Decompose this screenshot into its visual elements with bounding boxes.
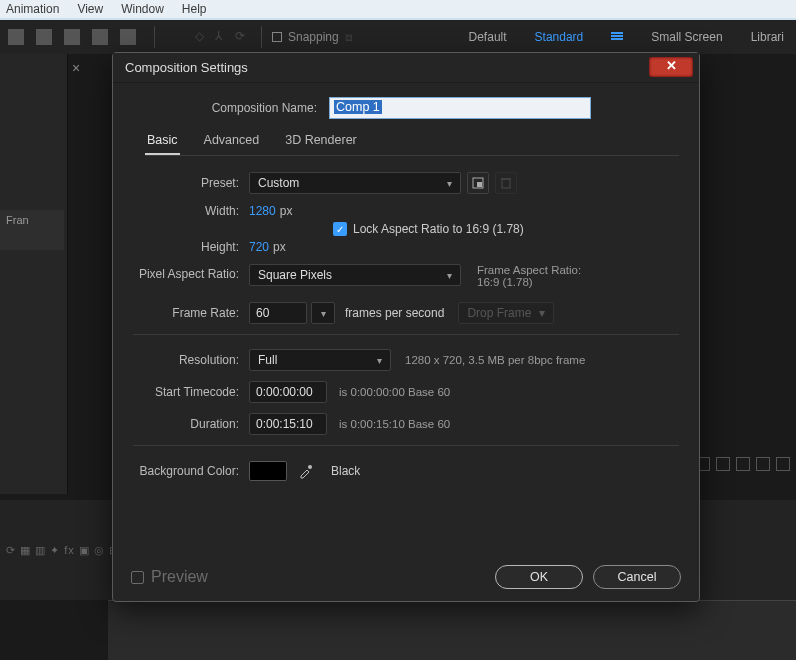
- snapping-checkbox-icon: [272, 32, 282, 42]
- tab-3d-renderer[interactable]: 3D Renderer: [283, 129, 359, 153]
- shape-tool-icon[interactable]: [64, 29, 80, 45]
- dropframe-select: Drop Frame ▾: [458, 302, 554, 324]
- axis-icon: ⅄: [215, 29, 231, 45]
- rotate-icon: ⟳: [235, 29, 251, 45]
- delete-preset-button: [495, 172, 517, 194]
- dialog-footer: Preview OK Cancel: [113, 565, 699, 589]
- toolbar-separator: [154, 26, 155, 48]
- snapping-magnet-icon: ⧈: [345, 30, 353, 44]
- width-unit: px: [280, 204, 293, 218]
- menu-animation[interactable]: Animation: [6, 2, 59, 16]
- svg-rect-2: [502, 179, 510, 188]
- chevron-down-icon: ▾: [539, 306, 545, 320]
- menu-view[interactable]: View: [77, 2, 103, 16]
- selection-tool-icon[interactable]: [8, 29, 24, 45]
- framerate-unit: frames per second: [345, 306, 444, 320]
- viewer-icon[interactable]: [776, 457, 790, 471]
- frame-aspect-label: Frame Aspect Ratio:: [477, 264, 581, 276]
- disabled-tool-group: ◇ ⅄ ⟳: [195, 29, 251, 45]
- chevron-down-icon: ▾: [447, 178, 452, 189]
- viewer-icon[interactable]: [716, 457, 730, 471]
- chevron-down-icon: ▾: [447, 270, 452, 281]
- workspace-libraries[interactable]: Librari: [751, 30, 784, 44]
- lower-panel: [108, 600, 796, 660]
- start-timecode-value: 0:00:00:00: [256, 385, 313, 399]
- viewer-toolbar: [696, 457, 790, 471]
- start-timecode-label: Start Timecode:: [133, 385, 249, 399]
- framerate-dropdown[interactable]: ▾: [311, 302, 335, 324]
- dialog-title: Composition Settings: [125, 60, 248, 75]
- panel-tab-close[interactable]: ×: [72, 60, 80, 76]
- height-unit: px: [273, 240, 286, 254]
- workspace-menu-icon[interactable]: [611, 31, 623, 43]
- bgcolor-swatch[interactable]: [249, 461, 287, 481]
- viewer-icon[interactable]: [736, 457, 750, 471]
- workspace-small-screen[interactable]: Small Screen: [651, 30, 722, 44]
- chevron-down-icon: ▾: [377, 355, 382, 366]
- duration-input[interactable]: 0:00:15:10: [249, 413, 327, 435]
- project-panel: [0, 54, 68, 494]
- workspace-standard[interactable]: Standard: [535, 30, 584, 44]
- svg-rect-1: [477, 182, 482, 187]
- toolbar-separator: [261, 26, 262, 48]
- width-input[interactable]: 1280: [249, 204, 276, 218]
- lock-aspect-checkbox[interactable]: ✓: [333, 222, 347, 236]
- duration-hint: is 0:00:15:10 Base 60: [339, 418, 450, 430]
- app-toolbar: ◇ ⅄ ⟳ Snapping ⧈ Default Standard Small …: [0, 20, 796, 54]
- start-timecode-hint: is 0:00:00:00 Base 60: [339, 386, 450, 398]
- height-label: Height:: [133, 240, 249, 254]
- comp-name-value: Comp 1: [334, 100, 382, 114]
- brush-tool-icon[interactable]: [120, 29, 136, 45]
- separator: [133, 334, 679, 335]
- save-preset-button[interactable]: [467, 172, 489, 194]
- resolution-hint: 1280 x 720, 3.5 MB per 8bpc frame: [405, 354, 585, 366]
- preset-select[interactable]: Custom ▾: [249, 172, 461, 194]
- preview-checkbox: [131, 571, 144, 584]
- composition-settings-dialog: Composition Settings ✕ Composition Name:…: [112, 52, 700, 602]
- framerate-input[interactable]: 60: [249, 302, 307, 324]
- preset-value: Custom: [258, 176, 299, 190]
- puppet-icon: ◇: [195, 29, 211, 45]
- separator: [133, 445, 679, 446]
- comp-name-input[interactable]: Comp 1: [329, 97, 591, 119]
- resolution-select[interactable]: Full ▾: [249, 349, 391, 371]
- start-timecode-input[interactable]: 0:00:00:00: [249, 381, 327, 403]
- dialog-titlebar[interactable]: Composition Settings ✕: [113, 53, 699, 83]
- workspace-switcher: Default Standard Small Screen Librari: [469, 30, 796, 44]
- frame-aspect-value: 16:9 (1.78): [477, 276, 581, 288]
- comp-name-label: Composition Name:: [133, 101, 329, 115]
- tab-advanced[interactable]: Advanced: [202, 129, 262, 153]
- cancel-button[interactable]: Cancel: [593, 565, 681, 589]
- app-menubar[interactable]: Animation View Window Help: [0, 0, 796, 18]
- par-label: Pixel Aspect Ratio:: [133, 264, 249, 281]
- dialog-close-button[interactable]: ✕: [649, 57, 693, 77]
- dropframe-value: Drop Frame: [467, 306, 531, 320]
- preset-label: Preset:: [133, 176, 249, 190]
- tab-basic[interactable]: Basic: [145, 129, 180, 155]
- menu-help[interactable]: Help: [182, 2, 207, 16]
- menu-window[interactable]: Window: [121, 2, 164, 16]
- snapping-toggle[interactable]: Snapping ⧈: [272, 30, 353, 44]
- resolution-value: Full: [258, 353, 277, 367]
- hand-tool-icon[interactable]: [36, 29, 52, 45]
- preview-label: Preview: [151, 568, 208, 586]
- lock-aspect-label: Lock Aspect Ratio to 16:9 (1.78): [353, 222, 524, 236]
- pen-tool-icon[interactable]: [92, 29, 108, 45]
- ok-button[interactable]: OK: [495, 565, 583, 589]
- project-panel-label: Fran: [0, 210, 64, 250]
- par-select[interactable]: Square Pixels ▾: [249, 264, 461, 286]
- timeline-toolbar-icons[interactable]: ⟳ ▦ ▥ ✦ fx ▣ ◎ ⊞: [6, 544, 119, 557]
- height-input[interactable]: 720: [249, 240, 269, 254]
- save-preset-icon: [472, 177, 484, 189]
- par-value: Square Pixels: [258, 268, 332, 282]
- eyedropper-icon: [298, 463, 314, 479]
- workspace-default[interactable]: Default: [469, 30, 507, 44]
- eyedropper-button[interactable]: [295, 460, 317, 482]
- bgcolor-name: Black: [331, 464, 360, 478]
- framerate-label: Frame Rate:: [133, 306, 249, 320]
- width-label: Width:: [133, 204, 249, 218]
- chevron-down-icon: ▾: [321, 308, 326, 319]
- framerate-value: 60: [256, 306, 269, 320]
- resolution-label: Resolution:: [133, 353, 249, 367]
- viewer-icon[interactable]: [756, 457, 770, 471]
